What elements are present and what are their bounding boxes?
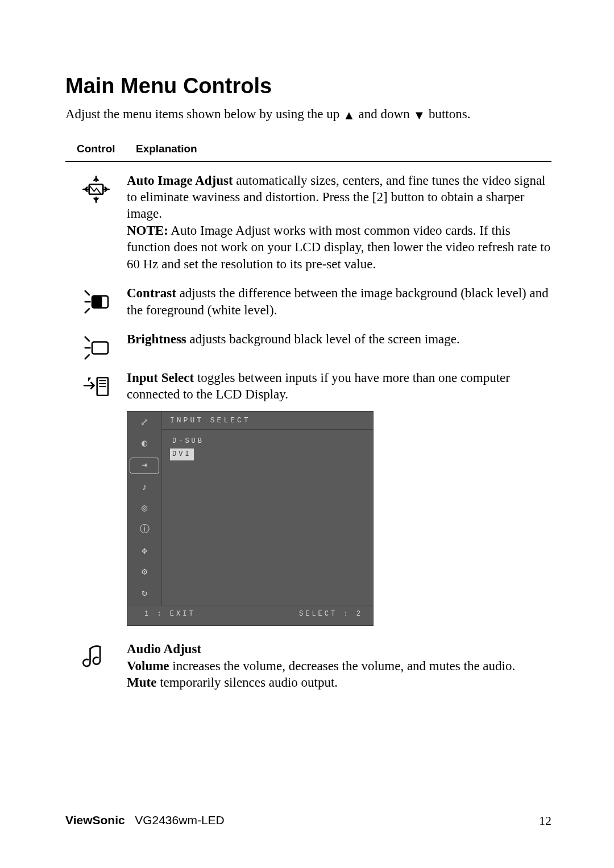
osd-sidebar: ⤢ ◐ ⇥ ♪ ◎ ⓘ ✥ ⚙ ↻ xyxy=(127,412,162,605)
auto-image-adjust-note-label: NOTE: xyxy=(127,223,168,238)
audio-adjust-icon xyxy=(80,642,112,674)
osd-option-dvi: DVI xyxy=(170,448,194,460)
footer-brand: ViewSonic xyxy=(65,813,125,827)
control-row-input-select: Input Select toggles between inputs if y… xyxy=(65,369,551,641)
input-select-icon xyxy=(80,371,112,402)
auto-image-adjust-name: Auto Image Adjust xyxy=(127,173,233,188)
osd-footer-right: SELECT : 2 xyxy=(299,610,363,618)
up-triangle-icon: ▲ xyxy=(343,107,355,123)
osd-sidebar-setup-icon: ⚙ xyxy=(130,564,159,580)
header-rule xyxy=(65,161,551,162)
footer-model: VG2436wm-LED xyxy=(135,813,225,827)
intro-text-3: buttons. xyxy=(425,107,470,121)
control-row-auto-image-adjust: Auto Image Adjust automatically sizes, c… xyxy=(65,172,551,273)
auto-image-adjust-note-body: Auto Image Adjust works with most common… xyxy=(127,223,550,271)
svg-line-6 xyxy=(85,355,89,359)
osd-footer-left: 1 : EXIT xyxy=(144,610,196,618)
intro-text-1: Adjust the menu items shown below by usi… xyxy=(65,107,343,121)
svg-rect-8 xyxy=(92,342,108,354)
osd-sidebar-auto-icon: ⤢ xyxy=(130,415,159,430)
osd-sidebar-contrast-icon: ◐ xyxy=(130,436,159,451)
audio-mute-body: temporarily silences audio output. xyxy=(156,675,338,690)
control-row-audio-adjust: Audio Adjust Volume increases the volume… xyxy=(65,641,551,691)
osd-screenshot: ⤢ ◐ ⇥ ♪ ◎ ⓘ ✥ ⚙ ↻ INPUT SELECT D-SUB xyxy=(127,411,374,626)
intro-text-2: and down xyxy=(355,107,413,121)
brightness-icon xyxy=(80,332,112,364)
brightness-name: Brightness xyxy=(127,332,186,346)
control-row-contrast: Contrast adjusts the difference between … xyxy=(65,285,551,318)
column-header-control: Control xyxy=(77,143,115,155)
contrast-body: adjusts the difference between the image… xyxy=(127,286,549,317)
intro-paragraph: Adjust the menu items shown below by usi… xyxy=(65,106,551,123)
svg-line-1 xyxy=(85,291,89,295)
column-header-explanation: Explanation xyxy=(136,143,197,155)
down-triangle-icon: ▼ xyxy=(413,107,425,123)
osd-sidebar-recall-icon: ↻ xyxy=(130,586,159,601)
audio-adjust-name: Audio Adjust xyxy=(127,642,201,656)
page-footer: ViewSonic VG2436wm-LED 12 xyxy=(65,813,551,828)
osd-sidebar-info-icon: ⓘ xyxy=(130,522,159,538)
osd-options: D-SUB DVI xyxy=(162,430,373,468)
contrast-name: Contrast xyxy=(127,286,176,300)
audio-volume-label: Volume xyxy=(127,659,169,673)
osd-title: INPUT SELECT xyxy=(162,412,373,430)
table-header-row: Control Explanation xyxy=(77,143,551,161)
osd-sidebar-input-icon: ⇥ xyxy=(130,458,159,474)
footer-page-number: 12 xyxy=(539,813,551,828)
svg-line-2 xyxy=(85,309,89,313)
osd-sidebar-color-icon: ◎ xyxy=(130,501,159,516)
control-row-brightness: Brightness adjusts background black leve… xyxy=(65,331,551,364)
input-select-name: Input Select xyxy=(127,371,194,385)
osd-option-dsub: D-SUB xyxy=(170,435,206,447)
audio-mute-label: Mute xyxy=(127,675,156,690)
auto-image-adjust-icon xyxy=(80,173,112,205)
svg-line-5 xyxy=(85,337,89,341)
osd-sidebar-audio-icon: ♪ xyxy=(130,480,159,495)
osd-sidebar-manual-icon: ✥ xyxy=(130,543,159,559)
page-title: Main Menu Controls xyxy=(65,74,551,98)
brightness-body: adjusts background black level of the sc… xyxy=(186,332,460,346)
audio-volume-body: increases the volume, decreases the volu… xyxy=(169,659,516,673)
contrast-icon xyxy=(80,286,112,318)
